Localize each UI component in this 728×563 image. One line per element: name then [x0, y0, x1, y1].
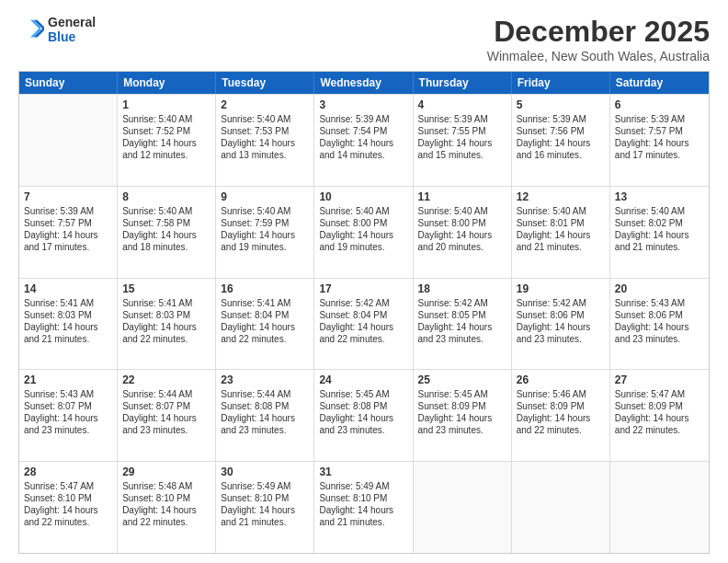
cell-line: Daylight: 14 hours — [418, 137, 506, 149]
cell-line: Daylight: 14 hours — [319, 229, 407, 241]
calendar-cell: 11Sunrise: 5:40 AMSunset: 8:00 PMDayligh… — [414, 187, 512, 278]
calendar-row: 7Sunrise: 5:39 AMSunset: 7:57 PMDaylight… — [19, 186, 709, 278]
cell-line: Sunset: 7:59 PM — [221, 217, 309, 229]
cell-line: and 23 minutes. — [418, 333, 506, 345]
day-number: 26 — [517, 373, 605, 386]
cell-line: and 15 minutes. — [418, 149, 506, 161]
cell-line: Daylight: 14 hours — [122, 137, 210, 149]
cell-line: Daylight: 14 hours — [517, 321, 605, 333]
cell-line: Daylight: 14 hours — [319, 412, 407, 424]
day-number: 21 — [24, 373, 112, 386]
cell-line: Sunrise: 5:39 AM — [615, 113, 704, 125]
calendar-cell: 16Sunrise: 5:41 AMSunset: 8:04 PMDayligh… — [216, 279, 314, 370]
calendar-header-cell: Sunday — [19, 72, 118, 94]
day-number: 16 — [221, 282, 309, 295]
cell-line: and 22 minutes. — [24, 516, 112, 528]
cell-line: Daylight: 14 hours — [418, 412, 506, 424]
day-number: 22 — [122, 373, 210, 386]
day-number: 9 — [221, 190, 309, 203]
cell-line: Sunset: 8:04 PM — [319, 309, 407, 321]
cell-line: and 22 minutes. — [615, 424, 704, 436]
calendar-row: 21Sunrise: 5:43 AMSunset: 8:07 PMDayligh… — [19, 369, 709, 461]
cell-line: Daylight: 14 hours — [122, 321, 210, 333]
calendar-cell: 4Sunrise: 5:39 AMSunset: 7:55 PMDaylight… — [414, 95, 512, 186]
cell-line: and 22 minutes. — [319, 333, 407, 345]
cell-line: Sunrise: 5:43 AM — [24, 388, 112, 400]
main-title: December 2025 — [487, 15, 710, 49]
cell-line: Daylight: 14 hours — [122, 229, 210, 241]
cell-line: Sunset: 8:06 PM — [615, 309, 704, 321]
cell-line: Sunrise: 5:42 AM — [418, 297, 506, 309]
cell-line: Daylight: 14 hours — [319, 504, 407, 516]
logo: General Blue — [18, 15, 96, 44]
cell-line: Sunset: 8:09 PM — [615, 400, 704, 412]
calendar-cell: 29Sunrise: 5:48 AMSunset: 8:10 PMDayligh… — [118, 462, 216, 553]
day-number: 29 — [122, 465, 210, 478]
cell-line: Sunrise: 5:41 AM — [221, 297, 309, 309]
calendar-cell: 23Sunrise: 5:44 AMSunset: 8:08 PMDayligh… — [216, 370, 314, 461]
cell-line: and 14 minutes. — [319, 149, 407, 161]
calendar-cell: 31Sunrise: 5:49 AMSunset: 8:10 PMDayligh… — [314, 462, 413, 553]
cell-line: Daylight: 14 hours — [221, 504, 309, 516]
cell-line: Daylight: 14 hours — [221, 137, 309, 149]
title-block: December 2025 Winmalee, New South Wales,… — [487, 15, 710, 63]
cell-line: Daylight: 14 hours — [517, 229, 605, 241]
day-number: 18 — [418, 282, 506, 295]
calendar-row: 28Sunrise: 5:47 AMSunset: 8:10 PMDayligh… — [19, 461, 709, 553]
cell-line: and 19 minutes. — [221, 241, 309, 253]
cell-line: Sunrise: 5:44 AM — [221, 388, 309, 400]
day-number: 5 — [517, 98, 605, 111]
day-number: 27 — [615, 373, 704, 386]
calendar-header-cell: Wednesday — [314, 72, 413, 94]
day-number: 19 — [517, 282, 605, 295]
header: General Blue December 2025 Winmalee, New… — [18, 15, 710, 63]
cell-line: Sunrise: 5:40 AM — [122, 205, 210, 217]
cell-line: Sunset: 8:08 PM — [319, 400, 407, 412]
cell-line: and 21 minutes. — [615, 241, 704, 253]
calendar-header-cell: Tuesday — [216, 72, 314, 94]
cell-line: and 21 minutes. — [24, 333, 112, 345]
calendar-cell: 30Sunrise: 5:49 AMSunset: 8:10 PMDayligh… — [216, 462, 314, 553]
calendar-header-cell: Saturday — [610, 72, 709, 94]
cell-line: Daylight: 14 hours — [24, 412, 112, 424]
cell-line: Sunrise: 5:42 AM — [517, 297, 605, 309]
day-number: 11 — [418, 190, 506, 203]
calendar-cell: 2Sunrise: 5:40 AMSunset: 7:53 PMDaylight… — [216, 95, 314, 186]
day-number: 31 — [319, 465, 407, 478]
cell-line: Sunset: 8:10 PM — [24, 492, 112, 504]
day-number: 25 — [418, 373, 506, 386]
cell-line: Daylight: 14 hours — [418, 321, 506, 333]
cell-line: Sunset: 8:10 PM — [122, 492, 210, 504]
cell-line: Sunrise: 5:47 AM — [615, 388, 704, 400]
cell-line: Sunset: 8:10 PM — [319, 492, 407, 504]
calendar-row: 1Sunrise: 5:40 AMSunset: 7:52 PMDaylight… — [19, 94, 709, 186]
cell-line: Sunrise: 5:40 AM — [517, 205, 605, 217]
calendar-cell: 7Sunrise: 5:39 AMSunset: 7:57 PMDaylight… — [19, 187, 118, 278]
cell-line: Sunrise: 5:39 AM — [517, 113, 605, 125]
cell-line: Sunset: 8:08 PM — [221, 400, 309, 412]
day-number: 8 — [122, 190, 210, 203]
cell-line: Daylight: 14 hours — [24, 229, 112, 241]
cell-line: and 21 minutes. — [319, 516, 407, 528]
calendar-cell: 5Sunrise: 5:39 AMSunset: 7:56 PMDaylight… — [512, 95, 610, 186]
cell-line: Daylight: 14 hours — [418, 229, 506, 241]
cell-line: Sunset: 8:03 PM — [122, 309, 210, 321]
calendar-header-cell: Friday — [512, 72, 610, 94]
cell-line: Sunset: 7:52 PM — [122, 125, 210, 137]
day-number: 15 — [122, 282, 210, 295]
day-number: 12 — [517, 190, 605, 203]
cell-line: and 23 minutes. — [517, 333, 605, 345]
cell-line: Sunrise: 5:45 AM — [418, 388, 506, 400]
calendar-header-cell: Monday — [118, 72, 216, 94]
calendar-cell: 24Sunrise: 5:45 AMSunset: 8:08 PMDayligh… — [314, 370, 413, 461]
cell-line: and 23 minutes. — [221, 424, 309, 436]
calendar-cell: 1Sunrise: 5:40 AMSunset: 7:52 PMDaylight… — [118, 95, 216, 186]
cell-line: and 23 minutes. — [418, 424, 506, 436]
cell-line: Sunrise: 5:44 AM — [122, 388, 210, 400]
day-number: 28 — [24, 465, 112, 478]
day-number: 4 — [418, 98, 506, 111]
cell-line: Sunrise: 5:49 AM — [221, 480, 309, 492]
calendar-cell: 28Sunrise: 5:47 AMSunset: 8:10 PMDayligh… — [19, 462, 118, 553]
cell-line: Sunrise: 5:49 AM — [319, 480, 407, 492]
cell-line: Sunset: 8:10 PM — [221, 492, 309, 504]
